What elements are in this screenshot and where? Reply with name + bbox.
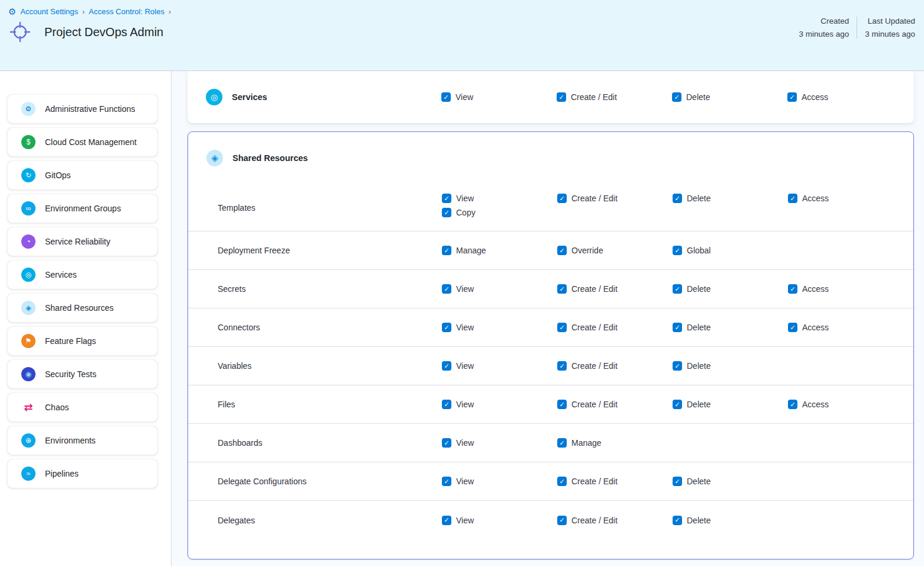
checkbox-checked-icon[interactable]: ✓ bbox=[557, 246, 567, 255]
permission-delete[interactable]: ✓Delete bbox=[673, 516, 710, 525]
permission-view[interactable]: ✓View bbox=[442, 400, 474, 409]
sidebar-item-services[interactable]: ◎Services bbox=[8, 261, 157, 289]
permission-create-edit[interactable]: ✓Create / Edit bbox=[557, 477, 618, 486]
permission-access[interactable]: ✓Access bbox=[788, 323, 829, 332]
permission-view[interactable]: ✓View bbox=[442, 438, 474, 448]
checkbox-checked-icon[interactable]: ✓ bbox=[557, 284, 567, 294]
resource-row-deployment-freeze: Deployment Freeze✓Manage✓Override✓Global bbox=[188, 231, 913, 270]
checkbox-checked-icon[interactable]: ✓ bbox=[442, 194, 451, 203]
permission-label: View bbox=[456, 323, 474, 332]
permission-delete[interactable]: ✓Delete bbox=[672, 92, 710, 102]
permission-column: ✓Manage bbox=[557, 438, 673, 448]
sidebar-item-pipelines[interactable]: ≈Pipelines bbox=[8, 459, 157, 488]
checkbox-checked-icon[interactable]: ✓ bbox=[788, 400, 797, 409]
sidebar-item-chaos[interactable]: ⇄Chaos bbox=[8, 393, 157, 422]
checkbox-checked-icon[interactable]: ✓ bbox=[557, 400, 567, 409]
permission-manage[interactable]: ✓Manage bbox=[557, 438, 602, 448]
checkbox-checked-icon[interactable]: ✓ bbox=[442, 323, 451, 332]
permission-view[interactable]: ✓View bbox=[441, 92, 473, 102]
checkbox-checked-icon[interactable]: ✓ bbox=[788, 194, 797, 203]
permission-delete[interactable]: ✓Delete bbox=[673, 194, 710, 203]
permission-global[interactable]: ✓Global bbox=[673, 246, 710, 255]
permission-override[interactable]: ✓Override bbox=[557, 246, 603, 255]
checkbox-checked-icon[interactable]: ✓ bbox=[442, 516, 451, 525]
checkbox-checked-icon[interactable]: ✓ bbox=[673, 477, 682, 486]
services-resource-icon: ◎ bbox=[206, 89, 222, 105]
checkbox-checked-icon[interactable]: ✓ bbox=[442, 361, 451, 371]
resource-row-label: Deployment Freeze bbox=[218, 246, 442, 255]
resource-row-templates: Templates✓View✓Copy✓Create / Edit✓Delete… bbox=[188, 184, 913, 231]
checkbox-checked-icon[interactable]: ✓ bbox=[557, 438, 567, 448]
permission-column: ✓Manage bbox=[442, 246, 557, 255]
permission-create-edit[interactable]: ✓Create / Edit bbox=[557, 361, 618, 371]
permission-delete[interactable]: ✓Delete bbox=[673, 361, 710, 371]
permission-column: ✓Create / Edit bbox=[557, 323, 673, 332]
resource-row-label: Variables bbox=[218, 361, 442, 371]
checkbox-checked-icon[interactable]: ✓ bbox=[442, 438, 451, 448]
permission-column: ✓View bbox=[442, 477, 557, 486]
checkbox-checked-icon[interactable]: ✓ bbox=[557, 92, 566, 102]
permission-delete[interactable]: ✓Delete bbox=[673, 400, 710, 409]
permission-delete[interactable]: ✓Delete bbox=[673, 477, 710, 486]
permission-view[interactable]: ✓View bbox=[442, 194, 474, 203]
permission-view[interactable]: ✓View bbox=[442, 516, 474, 525]
permission-access[interactable]: ✓Access bbox=[788, 400, 829, 409]
sidebar-item-feature-flags[interactable]: ⚑Feature Flags bbox=[8, 327, 157, 355]
sidebar-item-security-tests[interactable]: ◉Security Tests bbox=[8, 360, 157, 388]
sidebar-item-service-reliability[interactable]: ◔Service Reliability bbox=[8, 227, 157, 256]
permission-view[interactable]: ✓View bbox=[442, 323, 474, 332]
checkbox-checked-icon[interactable]: ✓ bbox=[442, 477, 451, 486]
permission-column: ✓View bbox=[442, 361, 557, 371]
permission-create-edit[interactable]: ✓Create / Edit bbox=[557, 194, 618, 203]
sidebar-item-administrative-functions[interactable]: ⚙Administrative Functions bbox=[8, 95, 157, 123]
checkbox-checked-icon[interactable]: ✓ bbox=[557, 516, 567, 525]
permission-create-edit[interactable]: ✓Create / Edit bbox=[557, 323, 618, 332]
permission-create-edit[interactable]: ✓Create / Edit bbox=[557, 92, 617, 102]
checkbox-checked-icon[interactable]: ✓ bbox=[557, 477, 567, 486]
sidebar-item-cloud-cost-management[interactable]: $Cloud Cost Management bbox=[8, 128, 157, 156]
checkbox-checked-icon[interactable]: ✓ bbox=[557, 361, 567, 371]
checkbox-checked-icon[interactable]: ✓ bbox=[788, 284, 797, 294]
breadcrumb-link-account-settings[interactable]: Account Settings bbox=[20, 7, 78, 16]
permission-view[interactable]: ✓View bbox=[442, 477, 474, 486]
checkbox-checked-icon[interactable]: ✓ bbox=[673, 194, 682, 203]
checkbox-checked-icon[interactable]: ✓ bbox=[673, 400, 682, 409]
checkbox-checked-icon[interactable]: ✓ bbox=[673, 284, 682, 294]
checkbox-checked-icon[interactable]: ✓ bbox=[442, 246, 451, 255]
permission-column: ✓Delete bbox=[673, 323, 788, 332]
permission-view[interactable]: ✓View bbox=[442, 361, 474, 371]
permission-create-edit[interactable]: ✓Create / Edit bbox=[557, 400, 618, 409]
checkbox-checked-icon[interactable]: ✓ bbox=[442, 400, 451, 409]
permission-manage[interactable]: ✓Manage bbox=[442, 246, 486, 255]
permission-delete[interactable]: ✓Delete bbox=[673, 284, 710, 294]
permission-label: Copy bbox=[456, 208, 476, 217]
permission-access[interactable]: ✓Access bbox=[788, 194, 829, 203]
sidebar-item-environments[interactable]: ⊕Environments bbox=[8, 426, 157, 455]
sidebar-item-gitops[interactable]: ↻GitOps bbox=[8, 161, 157, 189]
checkbox-checked-icon[interactable]: ✓ bbox=[557, 323, 567, 332]
sidebar-item-environment-groups[interactable]: ∞Environment Groups bbox=[8, 194, 157, 223]
checkbox-checked-icon[interactable]: ✓ bbox=[442, 208, 451, 217]
permission-create-edit[interactable]: ✓Create / Edit bbox=[557, 516, 618, 525]
checkbox-checked-icon[interactable]: ✓ bbox=[673, 361, 682, 371]
permission-access[interactable]: ✓Access bbox=[787, 92, 828, 102]
sidebar-item-shared-resources[interactable]: ◈Shared Resources bbox=[8, 294, 157, 322]
permission-view[interactable]: ✓View bbox=[442, 284, 474, 294]
permission-access[interactable]: ✓Access bbox=[788, 284, 829, 294]
checkbox-checked-icon[interactable]: ✓ bbox=[557, 194, 567, 203]
breadcrumb-link-access-control-roles[interactable]: Access Control: Roles bbox=[89, 7, 164, 16]
checkbox-checked-icon[interactable]: ✓ bbox=[673, 323, 682, 332]
checkbox-checked-icon[interactable]: ✓ bbox=[673, 516, 682, 525]
checkbox-checked-icon[interactable]: ✓ bbox=[787, 92, 797, 102]
permission-create-edit[interactable]: ✓Create / Edit bbox=[557, 284, 618, 294]
crosshair-icon bbox=[9, 21, 31, 43]
permission-copy[interactable]: ✓Copy bbox=[442, 208, 476, 217]
resource-row-variables: Variables✓View✓Create / Edit✓Delete bbox=[188, 347, 913, 385]
checkbox-checked-icon[interactable]: ✓ bbox=[672, 92, 681, 102]
permission-label: Access bbox=[802, 92, 828, 102]
permission-delete[interactable]: ✓Delete bbox=[673, 323, 710, 332]
checkbox-checked-icon[interactable]: ✓ bbox=[442, 284, 451, 294]
checkbox-checked-icon[interactable]: ✓ bbox=[441, 92, 451, 102]
checkbox-checked-icon[interactable]: ✓ bbox=[788, 323, 797, 332]
checkbox-checked-icon[interactable]: ✓ bbox=[673, 246, 682, 255]
